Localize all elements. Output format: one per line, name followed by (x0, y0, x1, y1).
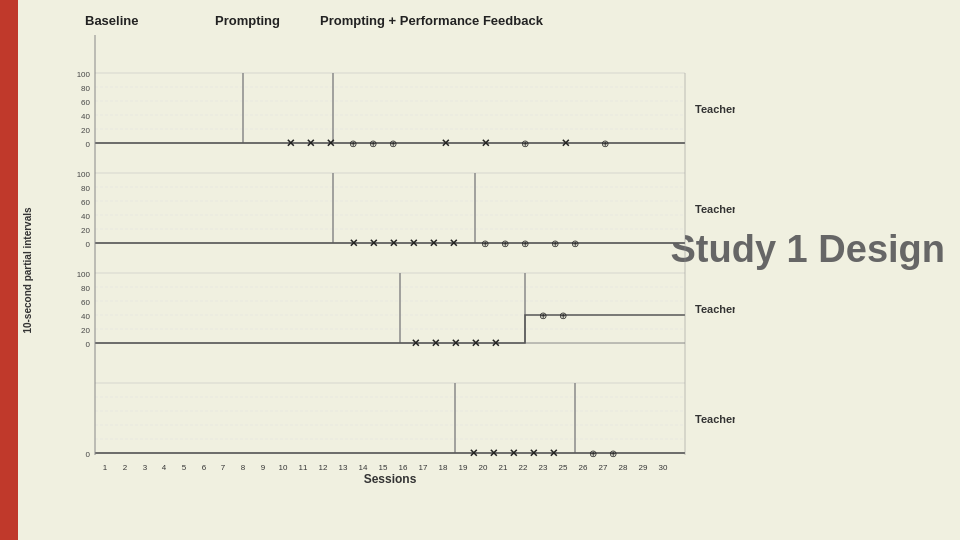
svg-text:20: 20 (81, 226, 90, 235)
svg-text:✕: ✕ (326, 137, 335, 149)
page-container: Baseline Prompting Prompting + Performan… (0, 0, 960, 540)
svg-text:2: 2 (123, 463, 128, 472)
svg-text:⊕: ⊕ (389, 138, 397, 149)
svg-text:100: 100 (77, 270, 91, 279)
svg-text:22: 22 (519, 463, 528, 472)
svg-rect-54 (95, 273, 685, 343)
svg-text:10: 10 (279, 463, 288, 472)
svg-text:⊕: ⊕ (601, 138, 609, 149)
svg-text:40: 40 (81, 212, 90, 221)
svg-text:⊕: ⊕ (369, 138, 377, 149)
svg-text:⊕: ⊕ (521, 138, 529, 149)
svg-text:26: 26 (579, 463, 588, 472)
svg-text:✕: ✕ (549, 447, 558, 459)
svg-text:4: 4 (162, 463, 167, 472)
svg-rect-77 (95, 383, 685, 453)
svg-text:✕: ✕ (489, 447, 498, 459)
decorative-left-bar (0, 0, 18, 540)
svg-text:60: 60 (81, 298, 90, 307)
svg-text:8: 8 (241, 463, 246, 472)
svg-text:✕: ✕ (306, 137, 315, 149)
svg-rect-0 (95, 73, 685, 143)
svg-text:⊕: ⊕ (609, 448, 617, 459)
svg-text:✕: ✕ (441, 137, 450, 149)
svg-text:Teacher 1: Teacher 1 (695, 103, 735, 115)
svg-text:100: 100 (77, 70, 91, 79)
svg-text:12: 12 (319, 463, 328, 472)
svg-text:13: 13 (339, 463, 348, 472)
svg-text:✕: ✕ (471, 337, 480, 349)
svg-text:3: 3 (143, 463, 148, 472)
svg-text:16: 16 (399, 463, 408, 472)
svg-text:40: 40 (81, 312, 90, 321)
svg-text:⊕: ⊕ (559, 310, 567, 321)
svg-text:✕: ✕ (429, 237, 438, 249)
y-axis-label-container: 10-second partial intervals (20, 130, 35, 410)
svg-text:Teacher 2: Teacher 2 (695, 203, 735, 215)
svg-text:6: 6 (202, 463, 207, 472)
svg-text:⊕: ⊕ (551, 238, 559, 249)
svg-text:Teacher 4: Teacher 4 (695, 413, 735, 425)
svg-text:Sessions: Sessions (364, 472, 417, 486)
svg-text:29: 29 (639, 463, 648, 472)
svg-text:30: 30 (659, 463, 668, 472)
svg-text:80: 80 (81, 84, 90, 93)
svg-text:⊕: ⊕ (481, 238, 489, 249)
svg-text:60: 60 (81, 98, 90, 107)
phase-labels-container: Baseline Prompting Prompting + Performan… (85, 5, 740, 35)
svg-text:23: 23 (539, 463, 548, 472)
svg-text:80: 80 (81, 284, 90, 293)
phase-ppf-label: Prompting + Performance Feedback (320, 13, 543, 28)
svg-text:1: 1 (103, 463, 108, 472)
svg-text:80: 80 (81, 184, 90, 193)
phase-prompting-label: Prompting (215, 13, 280, 28)
svg-text:Teacher 3: Teacher 3 (695, 303, 735, 315)
svg-text:20: 20 (81, 326, 90, 335)
main-chart-svg: 100 80 60 40 20 0 ✕ ✕ ✕ (55, 35, 735, 505)
svg-text:100: 100 (77, 170, 91, 179)
svg-text:0: 0 (86, 140, 91, 149)
svg-text:15: 15 (379, 463, 388, 472)
svg-text:19: 19 (459, 463, 468, 472)
svg-text:⊕: ⊕ (539, 310, 547, 321)
svg-text:40: 40 (81, 112, 90, 121)
svg-text:60: 60 (81, 198, 90, 207)
svg-text:0: 0 (86, 240, 91, 249)
svg-text:✕: ✕ (509, 447, 518, 459)
y-axis-label: 10-second partial intervals (22, 207, 33, 333)
svg-text:✕: ✕ (481, 137, 490, 149)
svg-text:20: 20 (81, 126, 90, 135)
svg-text:⊕: ⊕ (501, 238, 509, 249)
svg-text:✕: ✕ (389, 237, 398, 249)
svg-text:✕: ✕ (561, 137, 570, 149)
svg-text:✕: ✕ (451, 337, 460, 349)
svg-text:21: 21 (499, 463, 508, 472)
svg-text:20: 20 (479, 463, 488, 472)
svg-text:⊕: ⊕ (589, 448, 597, 459)
svg-text:✕: ✕ (286, 137, 295, 149)
svg-text:⊕: ⊕ (571, 238, 579, 249)
svg-text:28: 28 (619, 463, 628, 472)
svg-text:0: 0 (86, 450, 91, 459)
svg-text:17: 17 (419, 463, 428, 472)
svg-text:14: 14 (359, 463, 368, 472)
svg-text:✕: ✕ (469, 447, 478, 459)
svg-text:⊕: ⊕ (349, 138, 357, 149)
svg-text:27: 27 (599, 463, 608, 472)
svg-text:✕: ✕ (411, 337, 420, 349)
svg-text:9: 9 (261, 463, 266, 472)
svg-text:7: 7 (221, 463, 226, 472)
svg-text:5: 5 (182, 463, 187, 472)
svg-text:18: 18 (439, 463, 448, 472)
svg-text:11: 11 (299, 463, 308, 472)
svg-text:✕: ✕ (369, 237, 378, 249)
svg-text:✕: ✕ (349, 237, 358, 249)
svg-text:✕: ✕ (491, 337, 500, 349)
phase-baseline-label: Baseline (85, 13, 138, 28)
svg-text:✕: ✕ (449, 237, 458, 249)
svg-text:✕: ✕ (431, 337, 440, 349)
svg-text:✕: ✕ (409, 237, 418, 249)
svg-text:✕: ✕ (529, 447, 538, 459)
svg-text:0: 0 (86, 340, 91, 349)
svg-text:25: 25 (559, 463, 568, 472)
